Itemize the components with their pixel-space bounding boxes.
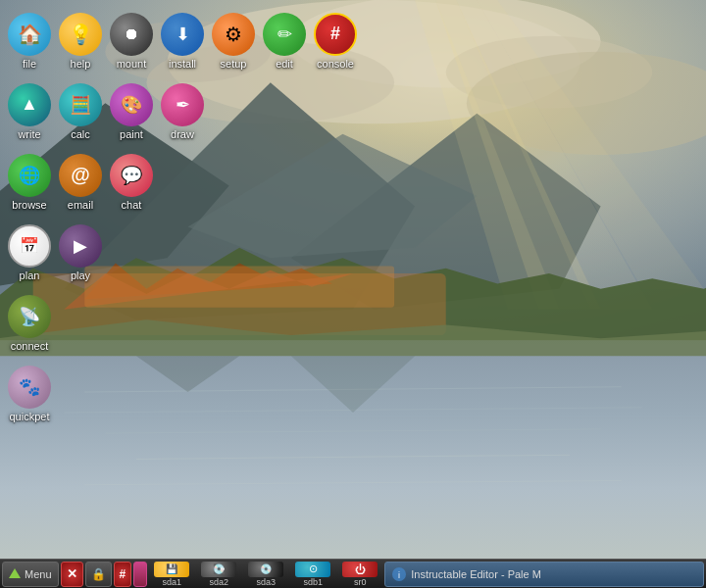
icon-install[interactable]: ⬇ install (157, 4, 208, 74)
icon-calc[interactable]: 🧮 calc (55, 74, 106, 145)
quickpet-icon: 🐾 (8, 366, 51, 409)
icon-write[interactable]: ▲ write (4, 74, 55, 145)
menu-icon (9, 568, 21, 580)
taskbar-sr0[interactable]: ⏻ sr0 (337, 562, 382, 587)
mount-icon: ⏺ (110, 13, 153, 56)
install-icon: ⬇ (161, 13, 204, 56)
icon-draw-label: draw (171, 128, 194, 141)
taskbar-indicator[interactable] (133, 562, 147, 587)
sdb1-icon: ⊙ (295, 562, 330, 577)
taskbar-window-item[interactable]: i Instructable Editor - Pale M (384, 562, 704, 587)
taskbar-close-button[interactable]: ✕ (61, 562, 83, 587)
sda2-label: sda2 (209, 577, 228, 587)
desktop: 🏠 file 💡 help ⏺ mount ⬇ install (0, 0, 706, 588)
taskbar: Menu ✕ 🔒 # 💾 sda1 💽 sda2 (0, 559, 706, 588)
play-icon: ▶ (59, 224, 102, 268)
icon-play-label: play (71, 270, 90, 282)
icon-chat[interactable]: 💬 chat (106, 145, 157, 216)
icon-setup-label: setup (221, 58, 247, 71)
calc-icon: 🧮 (59, 83, 102, 126)
icon-help[interactable]: 💡 help (55, 4, 106, 74)
draw-icon: ✒ (161, 83, 204, 126)
icon-calc-label: calc (71, 128, 90, 141)
icon-browse-label: browse (12, 199, 46, 212)
sda1-icon: 💾 (154, 562, 189, 577)
close-icon: ✕ (67, 566, 77, 581)
icon-row-4: 📅 plan ▶ play (4, 216, 361, 286)
menu-label: Menu (25, 568, 52, 580)
icon-install-label: install (169, 58, 196, 71)
icon-chat-label: chat (122, 199, 142, 212)
icon-grid: 🏠 file 💡 help ⏺ mount ⬇ install (4, 4, 361, 427)
icon-row-5: 📡 connect (4, 286, 361, 357)
icon-row-1: 🏠 file 💡 help ⏺ mount ⬇ install (4, 4, 361, 74)
icon-edit-label: edit (276, 58, 293, 71)
plan-icon: 📅 (8, 224, 51, 268)
sda2-icon: 💽 (201, 562, 236, 577)
taskbar-sdb1[interactable]: ⊙ sdb1 (290, 562, 335, 587)
chat-icon: 💬 (110, 154, 153, 197)
taskbar-lock-button[interactable]: 🔒 (85, 562, 112, 587)
icon-row-6: 🐾 quickpet (4, 357, 361, 427)
icon-mount[interactable]: ⏺ mount (106, 4, 157, 74)
hash-icon: # (120, 567, 126, 581)
icon-quickpet[interactable]: 🐾 quickpet (4, 357, 55, 427)
sda3-icon: 💿 (248, 562, 283, 577)
window-icon: i (391, 566, 407, 582)
taskbar-window-title: Instructable Editor - Pale M (411, 568, 541, 580)
svg-marker-31 (9, 568, 21, 578)
taskbar-sda1[interactable]: 💾 sda1 (149, 562, 194, 587)
icon-write-label: write (18, 128, 40, 141)
icon-edit[interactable]: ✏ edit (259, 4, 310, 74)
write-icon: ▲ (8, 83, 51, 126)
taskbar-sda2[interactable]: 💽 sda2 (196, 562, 241, 587)
icon-paint-label: paint (120, 128, 143, 141)
menu-button[interactable]: Menu (2, 562, 59, 587)
sda1-label: sda1 (162, 577, 181, 587)
console-icon: # (314, 13, 357, 56)
taskbar-sda3[interactable]: 💿 sda3 (243, 562, 288, 587)
icon-connect-label: connect (11, 340, 49, 353)
icon-console[interactable]: # console (310, 4, 361, 74)
paint-icon: 🎨 (110, 83, 153, 126)
icon-draw[interactable]: ✒ draw (157, 74, 208, 145)
icon-browse[interactable]: 🌐 browse (4, 145, 55, 216)
email-icon: @ (59, 154, 102, 197)
sr0-label: sr0 (354, 577, 367, 587)
icon-quickpet-label: quickpet (10, 411, 50, 423)
file-icon: 🏠 (8, 13, 51, 56)
icon-file-label: file (23, 58, 36, 71)
icon-paint[interactable]: 🎨 paint (106, 74, 157, 145)
help-icon: 💡 (59, 13, 102, 56)
icon-plan-label: plan (20, 270, 40, 282)
taskbar-hash-button[interactable]: # (114, 562, 132, 587)
icon-file[interactable]: 🏠 file (4, 4, 55, 74)
svg-text:i: i (398, 570, 400, 580)
setup-icon: ⚙ (212, 13, 255, 56)
icon-connect[interactable]: 📡 connect (4, 286, 55, 357)
icon-email[interactable]: @ email (55, 145, 106, 216)
sdb1-label: sdb1 (303, 577, 323, 587)
icon-plan[interactable]: 📅 plan (4, 216, 55, 286)
icon-console-label: console (317, 58, 354, 71)
icon-row-2: ▲ write 🧮 calc 🎨 paint ✒ draw (4, 74, 361, 145)
lock-icon: 🔒 (91, 567, 106, 581)
icon-row-3: 🌐 browse @ email 💬 chat (4, 145, 361, 216)
icon-mount-label: mount (117, 58, 147, 71)
sr0-icon: ⏻ (342, 562, 378, 577)
icon-play[interactable]: ▶ play (55, 216, 106, 286)
sda3-label: sda3 (256, 577, 276, 587)
icon-setup[interactable]: ⚙ setup (208, 4, 259, 74)
connect-icon: 📡 (8, 295, 51, 338)
edit-icon: ✏ (263, 13, 306, 56)
icon-email-label: email (68, 199, 93, 212)
icon-help-label: help (71, 58, 91, 71)
browse-icon: 🌐 (8, 154, 51, 197)
